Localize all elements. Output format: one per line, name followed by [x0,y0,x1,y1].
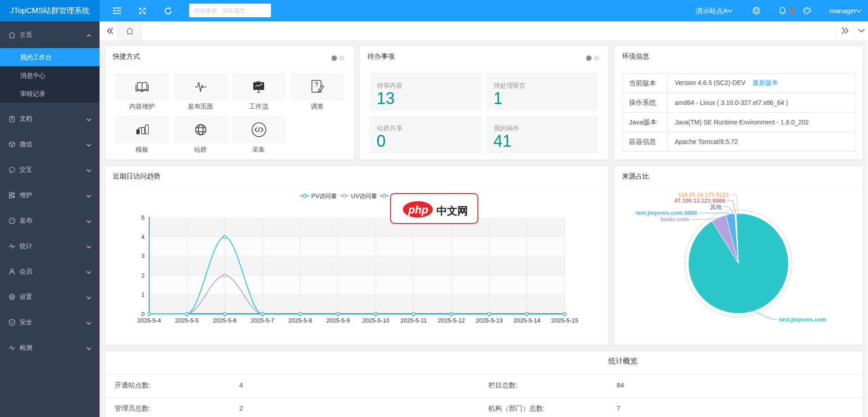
svg-text:2025-5-13: 2025-5-13 [476,317,502,324]
svg-text:其他: 其他 [710,204,722,210]
svg-text:?: ? [315,81,318,88]
svg-text:2025-5-9: 2025-5-9 [326,317,350,324]
svg-text:1: 1 [141,291,145,298]
svg-text:PV访问量: PV访问量 [311,193,337,199]
svg-text:test.jtopcms.com:8888: test.jtopcms.com:8888 [636,210,697,216]
svg-text:2025-5-4: 2025-5-4 [137,317,161,324]
svg-text:2025-5-10: 2025-5-10 [362,317,389,324]
svg-text:47.100.13.121:6888: 47.100.13.121:6888 [674,198,725,204]
svg-text:2025-5-8: 2025-5-8 [288,317,312,324]
svg-text:5: 5 [141,214,145,221]
svg-text:118.25.16.175:9123: 118.25.16.175:9123 [678,192,729,198]
svg-text:2025-5-14: 2025-5-14 [513,317,540,324]
svg-text:4: 4 [141,233,145,240]
svg-text:2025-5-15: 2025-5-15 [551,317,578,324]
svg-text:baidu.com: baidu.com [660,216,689,223]
svg-text:2025-5-6: 2025-5-6 [213,317,236,324]
svg-text:2025-5-7: 2025-5-7 [251,317,274,324]
svg-text:0: 0 [141,311,145,318]
svg-text:2025-5-11: 2025-5-11 [400,317,426,324]
svg-text:3: 3 [141,253,145,259]
svg-text:2025-5-12: 2025-5-12 [438,317,465,324]
svg-text:test.jtopcms.com: test.jtopcms.com [779,317,826,323]
svg-text:2: 2 [141,272,145,279]
svg-text:2025-5-5: 2025-5-5 [175,317,199,324]
svg-text:UV访问量: UV访问量 [351,193,377,199]
